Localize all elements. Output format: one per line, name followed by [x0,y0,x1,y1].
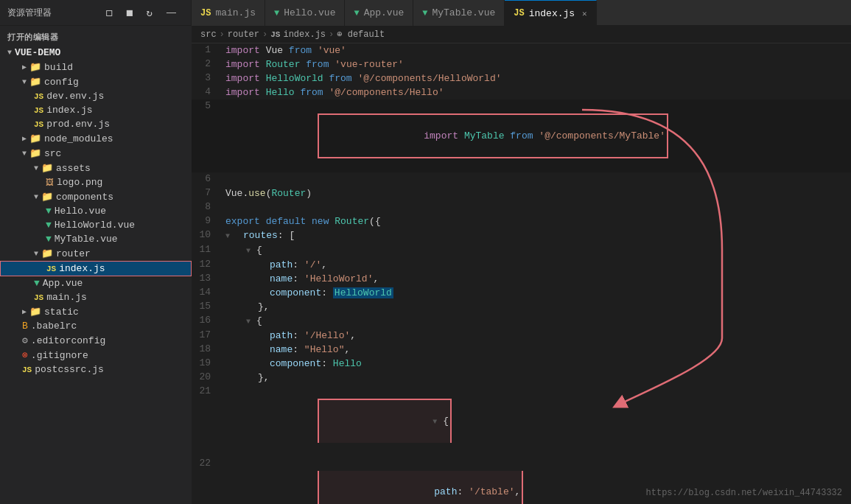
js-file-icon: JS [22,365,32,374]
table-row: 11 ▼{ [192,243,851,258]
router-label: router [56,248,91,259]
table-row: 16 ▼{ [192,314,851,329]
new-file-icon[interactable]: ◻ [105,5,113,20]
refresh-icon[interactable]: ↻ [147,7,153,19]
components-label: components [56,192,113,203]
folder-icon: 📁 [29,61,41,73]
main-js-label: main.js [46,292,87,303]
editor-area: src › router › JS index.js › ⊕ default 1… [192,26,851,504]
index-cfg-label: index.js [46,105,92,116]
table-row: 14 component: HelloWorld [192,286,851,300]
table-row: 6 [192,172,851,186]
table-row: 12 path: '/', [192,258,851,272]
table-row: 21 ▼{ [192,385,851,457]
src-label: src [44,148,61,159]
vue-icon: ▼ [274,8,279,18]
sidebar-item-main-js[interactable]: JS main.js [0,290,192,304]
tab-label: index.js [529,8,575,19]
tab-label: main.js [215,7,256,18]
sidebar-item-index-js[interactable]: JS index.js [0,261,192,276]
watermark: https://blog.csdn.net/weixin_44743332 [646,488,842,498]
sidebar-item-static[interactable]: ▶ 📁 static [0,304,192,319]
vue-file-icon: ▼ [34,278,40,289]
sidebar-item-node-modules[interactable]: ▶ 📁 node_modules [0,131,192,146]
table-row: 18 name: "Hello", [192,343,851,357]
assets-label: assets [56,163,91,174]
sidebar-item-components[interactable]: ▼ 📁 components [0,189,192,204]
vue-file-icon: ▼ [46,206,52,217]
vue-icon: ▼ [354,8,359,18]
sidebar-icons: ◻ ◼ ↻ ⸻ [105,5,183,20]
babel-icon: B [22,321,28,332]
sidebar-item-index-cfg[interactable]: JS index.js [0,103,192,117]
sidebar-item-src[interactable]: ▼ 📁 src [0,146,192,161]
sidebar-item-config[interactable]: ▼ 📁 config [0,74,192,89]
sidebar-item-gitignore[interactable]: ⊗ .gitignore [0,348,192,363]
editor-section-title: 打开的编辑器 [0,26,192,46]
breadcrumb-file: index.js [283,29,326,40]
sidebar-item-mytable-vue[interactable]: ▼ MyTable.vue [0,232,192,246]
sidebar-item-assets[interactable]: ▼ 📁 assets [0,161,192,175]
js-icon: JS [200,8,211,18]
tab-label: MyTable.vue [432,7,495,18]
table-row: 9 export default new Router({ [192,214,851,228]
sidebar-item-editorconfig[interactable]: ⚙ .editorconfig [0,333,192,348]
dev-env-label: dev.env.js [46,91,104,102]
tab-bar: JS main.js ▼ Hello.vue ▼ App.vue ▼ MyTab… [192,0,851,25]
folder-icon: 📁 [29,306,41,318]
config-label: config [44,77,79,88]
folder-icon: 📁 [41,248,53,259]
sidebar-item-hello-vue[interactable]: ▼ Hello.vue [0,204,192,218]
table-row: 19 component: Hello [192,357,851,371]
tab-mytable-vue[interactable]: ▼ MyTable.vue [413,0,505,26]
sidebar-item-prod-env[interactable]: JS prod.env.js [0,117,192,131]
table-row: 20 }, [192,371,851,385]
tab-hello-vue[interactable]: ▼ Hello.vue [265,0,345,26]
sidebar-item-build[interactable]: ▶ 📁 build [0,60,192,74]
top-bar: 资源管理器 ◻ ◼ ↻ ⸻ JS main.js ▼ Hello.vue ▼ A… [0,0,851,26]
hello-vue-label: Hello.vue [55,206,106,217]
sidebar-header: 资源管理器 ◻ ◼ ↻ ⸻ [0,0,192,25]
folder-icon: 📁 [41,162,53,174]
tab-label: App.vue [364,7,405,18]
img-icon: 🖼 [46,178,54,187]
prod-env-label: prod.env.js [46,119,110,130]
table-row: 1 import Vue from 'vue' [192,43,851,57]
folder-icon: 📁 [29,147,41,159]
sidebar-item-logo[interactable]: 🖼 logo.png [0,175,192,189]
table-row: 15 }, [192,300,851,314]
table-row: 13 name: 'HelloWorld', [192,272,851,286]
js-file-icon: JS [34,106,43,115]
sidebar-item-postcssrc[interactable]: JS postcssrc.js [0,363,192,377]
js-icon: JS [514,8,524,18]
postcssrc-label: postcssrc.js [35,364,104,375]
sidebar-item-dev-env[interactable]: JS dev.env.js [0,89,192,103]
explorer-root[interactable]: ▼ VUE-DEMO [0,46,192,60]
new-folder-icon[interactable]: ◼ [126,5,133,20]
breadcrumb-src: src [200,29,217,40]
folder-icon: 📁 [41,191,53,203]
table-row: 2 import Router from 'vue-router' [192,57,851,71]
table-row: 3 import HelloWorld from '@/components/H… [192,71,851,85]
breadcrumb-js-icon: JS [270,30,280,39]
sidebar-item-app-vue[interactable]: ▼ App.vue [0,276,192,290]
tab-app-vue[interactable]: ▼ App.vue [345,0,413,26]
sidebar-item-helloworld-vue[interactable]: ▼ HelloWorld.vue [0,218,192,232]
mytable-vue-label: MyTable.vue [55,234,118,245]
folder-icon: 📁 [29,76,41,88]
gitignore-icon: ⊗ [22,349,28,361]
js-file-icon: JS [34,120,43,129]
editorconfig-icon: ⚙ [22,335,28,346]
tab-main-js[interactable]: JS main.js [192,0,265,26]
collapse-icon[interactable]: ⸻ [166,7,176,18]
table-row: 10 ▼routes: [ [192,228,851,243]
close-icon[interactable]: ✕ [582,9,587,18]
vue-file-icon: ▼ [46,234,52,245]
table-row: 4 import Hello from '@/components/Hello' [192,85,851,99]
sidebar-item-babelrc[interactable]: B .babelrc [0,319,192,333]
tab-index-js[interactable]: JS index.js ✕ [505,0,596,26]
code-editor[interactable]: 1 import Vue from 'vue' 2 import Router … [192,43,851,504]
js-file-icon: JS [46,265,56,273]
sidebar-item-router[interactable]: ▼ 📁 router [0,246,192,261]
babelrc-label: .babelrc [31,321,77,332]
